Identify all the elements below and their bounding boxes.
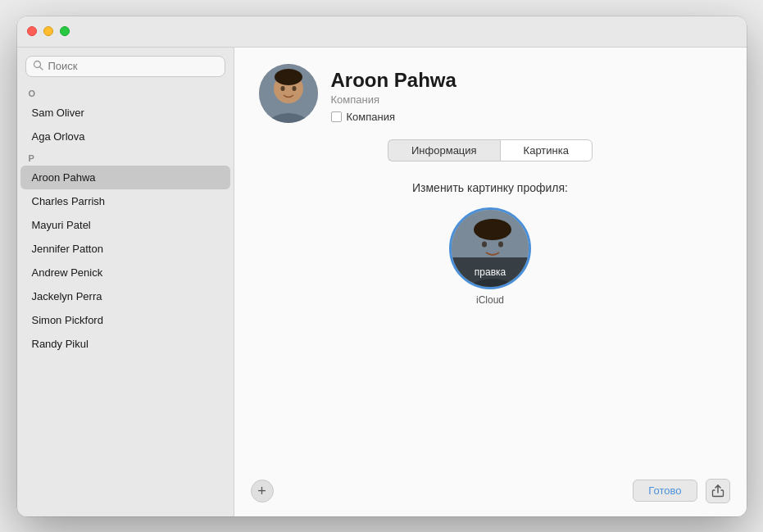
- contact-item-andrew[interactable]: Andrew Penick: [20, 261, 230, 284]
- svg-line-1: [39, 66, 42, 69]
- contact-item-jennifer[interactable]: Jennifer Patton: [20, 237, 230, 261]
- svg-point-7: [292, 86, 296, 91]
- search-input[interactable]: [48, 60, 218, 72]
- search-wrapper[interactable]: [25, 56, 225, 77]
- contact-item-jackelyn[interactable]: Jackelyn Perra: [20, 284, 230, 308]
- tabs-row: Информация Картинка: [259, 139, 722, 161]
- company-checkbox-row: Компания: [331, 111, 456, 123]
- profile-pic-container: правка iCloud: [259, 207, 722, 306]
- profile-picture[interactable]: правка: [449, 207, 531, 289]
- contact-item-mayuri[interactable]: Mayuri Patel: [20, 213, 230, 237]
- edit-overlay-text: правка: [475, 266, 506, 278]
- close-button[interactable]: [27, 26, 37, 36]
- svg-point-11: [474, 219, 511, 240]
- contact-name: Aroon Pahwa: [331, 69, 456, 93]
- svg-point-5: [275, 69, 302, 85]
- section-header-p: P: [17, 148, 234, 166]
- contact-header: Aroon Pahwa Компания Компания: [259, 64, 722, 124]
- right-actions: Готово: [633, 479, 729, 503]
- main-panel: Aroon Pahwa Компания Компания Информация…: [234, 48, 747, 516]
- contact-avatar: [259, 64, 318, 123]
- company-placeholder: Компания: [331, 93, 456, 106]
- tab-picture[interactable]: Картинка: [500, 139, 593, 161]
- icloud-label: iCloud: [476, 294, 504, 306]
- minimize-button[interactable]: [43, 26, 53, 36]
- tab-info[interactable]: Информация: [388, 139, 500, 161]
- search-bar: [17, 48, 234, 84]
- contact-item-randy[interactable]: Randy Pikul: [20, 332, 230, 356]
- svg-point-6: [280, 86, 284, 91]
- contact-info: Aroon Pahwa Компания Компания: [331, 64, 456, 124]
- sidebar: O Sam Oliver Aga Orlova P Aroon Pahwa Ch…: [17, 48, 234, 516]
- contact-item-charles[interactable]: Charles Parrish: [20, 189, 230, 213]
- window-content: O Sam Oliver Aga Orlova P Aroon Pahwa Ch…: [17, 48, 747, 516]
- company-checkbox-label: Компания: [347, 111, 396, 123]
- contact-item[interactable]: Aga Orlova: [20, 125, 230, 148]
- share-button[interactable]: [706, 479, 730, 503]
- contact-item-simon[interactable]: Simon Pickford: [20, 308, 230, 332]
- titlebar: [17, 16, 747, 48]
- svg-point-13: [498, 242, 503, 248]
- contact-list: O Sam Oliver Aga Orlova P Aroon Pahwa Ch…: [17, 84, 234, 516]
- section-header-o: O: [17, 84, 234, 101]
- search-icon: [33, 60, 43, 73]
- company-checkbox[interactable]: [331, 111, 342, 122]
- done-button[interactable]: Готово: [633, 480, 697, 502]
- contact-item[interactable]: Sam Oliver: [20, 101, 230, 125]
- contacts-window: O Sam Oliver Aga Orlova P Aroon Pahwa Ch…: [17, 16, 747, 516]
- picture-tab-content: Изменить картинку профиля:: [259, 181, 722, 306]
- contact-item-aroon[interactable]: Aroon Pahwa: [20, 166, 230, 189]
- picture-section-label: Изменить картинку профиля:: [259, 181, 722, 194]
- bottom-toolbar: + Готово: [251, 479, 730, 503]
- add-contact-button[interactable]: +: [251, 480, 274, 502]
- svg-point-12: [482, 242, 487, 248]
- maximize-button[interactable]: [60, 26, 70, 36]
- picture-edit-overlay[interactable]: правка: [452, 257, 529, 287]
